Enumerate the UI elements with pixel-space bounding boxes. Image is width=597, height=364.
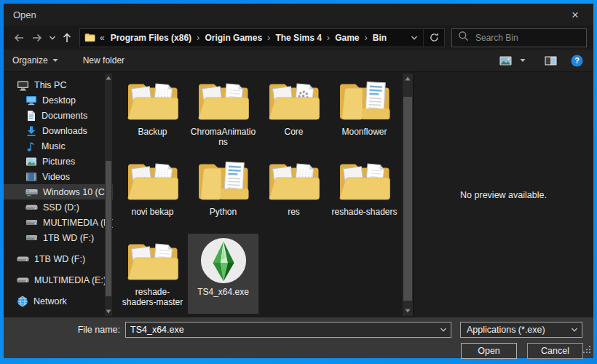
file-item-label: ChromaAnimations xyxy=(189,127,258,147)
file-item-python[interactable]: Python xyxy=(188,154,258,234)
preview-pane: No preview available. xyxy=(413,72,593,317)
organize-button[interactable]: Organize xyxy=(12,52,66,69)
scrollbar-thumb[interactable] xyxy=(106,161,111,296)
address-bar[interactable]: « Program Files (x86)›Origin Games›The S… xyxy=(79,28,445,47)
sidebar-item-label: Pictures xyxy=(42,157,75,167)
sidebar-item-pictures[interactable]: Pictures xyxy=(4,154,113,169)
command-toolbar: Organize New folder ? xyxy=(4,50,593,72)
breadcrumb-item-the-sims-4[interactable]: The Sims 4 xyxy=(271,33,325,43)
sidebar-item-multimedia-e[interactable]: MULTIMEDIA (E:) xyxy=(4,272,113,288)
sidebar-item-videos[interactable]: Videos xyxy=(4,169,113,184)
view-thumbnails-icon[interactable] xyxy=(497,52,513,68)
sidebar-item-music[interactable]: Music xyxy=(4,138,113,154)
back-icon[interactable] xyxy=(10,29,28,47)
sims4-plumbob-icon xyxy=(195,236,252,285)
sidebar-item-label: This PC xyxy=(34,80,66,90)
sidebar-item-label: Downloads xyxy=(42,126,87,136)
folder-icon xyxy=(84,33,95,42)
preview-pane-icon[interactable] xyxy=(542,52,558,68)
address-dropdown-chevron-icon[interactable] xyxy=(406,29,423,47)
sidebar-item-1tb-wd-f[interactable]: 1TB WD (F:) xyxy=(4,230,113,245)
organize-label: Organize xyxy=(12,55,48,66)
scrollbar-thumb[interactable] xyxy=(403,97,412,301)
sidebar-item-label: SSD (D:) xyxy=(43,202,79,213)
sidebar-item-1tb-wd-f[interactable]: 1TB WD (F:) xyxy=(4,251,113,266)
folder-icon xyxy=(195,156,252,205)
breadcrumb-item-program-files-x86[interactable]: Program Files (x86) xyxy=(106,33,196,43)
up-icon[interactable] xyxy=(58,29,76,47)
sidebar-item-this-pc[interactable]: This PC xyxy=(4,77,113,92)
folder-icon xyxy=(124,76,181,124)
file-item-chromaanimations[interactable]: ChromaAnimations xyxy=(188,74,258,154)
file-type-select[interactable]: Applications (*.exe) xyxy=(460,322,582,338)
file-item-reshade-shaders[interactable]: reshade-shaders xyxy=(329,154,400,234)
chevron-down-icon[interactable] xyxy=(436,323,451,337)
breadcrumb-overflow[interactable]: « xyxy=(100,33,105,43)
sidebar-item-ssd-d[interactable]: SSD (D:) xyxy=(4,199,113,215)
file-item-label: novi bekap xyxy=(131,207,173,217)
sidebar-item-multimedia-e[interactable]: MULTIMEDIA (E:) xyxy=(4,215,113,230)
view-options-chevron-icon[interactable] xyxy=(518,52,528,68)
file-item-reshade-shaders-master[interactable]: reshade-shaders-master xyxy=(117,234,188,314)
file-item-moonflower[interactable]: Moonflower xyxy=(329,74,400,154)
windows-drive-icon xyxy=(25,187,38,197)
search-input[interactable] xyxy=(474,32,580,44)
file-item-backup[interactable]: Backup xyxy=(117,74,188,154)
file-name-input[interactable] xyxy=(126,325,436,335)
file-name-combobox[interactable] xyxy=(125,322,451,338)
search-box[interactable] xyxy=(451,28,587,47)
sidebar-item-downloads[interactable]: Downloads xyxy=(4,123,113,138)
sidebar-item-label: Videos xyxy=(42,172,70,182)
network-icon xyxy=(17,296,28,307)
documents-icon xyxy=(25,110,36,122)
chevron-down-icon xyxy=(52,55,58,66)
content-area: This PCDesktopDocumentsDownloadsMusicPic… xyxy=(4,72,593,317)
sidebar-item-windows-10-c[interactable]: Windows 10 (C:) xyxy=(4,184,113,199)
scroll-up-icon[interactable] xyxy=(105,74,112,82)
new-folder-label: New folder xyxy=(83,55,124,66)
music-icon xyxy=(25,141,36,152)
close-icon[interactable]: × xyxy=(563,4,588,25)
folder-icon xyxy=(336,156,393,205)
breadcrumb-item-game[interactable]: Game xyxy=(331,33,363,43)
sidebar-item-label: Music xyxy=(41,141,66,151)
sidebar-scrollbar[interactable] xyxy=(105,74,112,316)
cancel-button[interactable]: Cancel xyxy=(527,343,583,359)
pictures-icon xyxy=(25,157,37,167)
recent-locations-chevron-icon[interactable] xyxy=(47,29,58,47)
file-item-label: reshade-shaders-master xyxy=(119,287,187,307)
file-item-res[interactable]: res xyxy=(258,154,329,234)
scroll-down-icon[interactable] xyxy=(403,306,413,316)
folder-icon xyxy=(266,156,323,205)
sidebar-list: This PCDesktopDocumentsDownloadsMusicPic… xyxy=(4,77,113,309)
file-item-ts4-x64-exe[interactable]: TS4_x64.exe xyxy=(188,234,258,314)
forward-icon[interactable] xyxy=(28,29,46,47)
ext-drive-icon xyxy=(25,233,38,242)
breadcrumb-item-origin-games[interactable]: Origin Games xyxy=(200,33,266,43)
dialog-footer: File name: Applications (*.exe) Open Can… xyxy=(4,317,593,358)
file-item-label: res xyxy=(288,207,300,217)
chevron-down-icon[interactable] xyxy=(567,323,582,337)
sidebar-item-desktop[interactable]: Desktop xyxy=(4,92,113,108)
downloads-icon xyxy=(25,125,37,137)
scroll-up-icon[interactable] xyxy=(403,74,413,84)
folder-icon xyxy=(266,76,323,124)
breadcrumb: Program Files (x86)›Origin Games›The Sim… xyxy=(106,32,392,43)
drive-icon xyxy=(17,255,29,264)
open-button[interactable]: Open xyxy=(461,343,517,359)
refresh-icon[interactable] xyxy=(423,29,444,47)
file-item-novi-bekap[interactable]: novi bekap xyxy=(117,154,188,234)
title-bar: Open × xyxy=(4,4,593,25)
file-item-core[interactable]: Core xyxy=(258,74,329,154)
breadcrumb-item-bin[interactable]: Bin xyxy=(368,33,391,43)
file-list-scrollbar[interactable] xyxy=(403,74,413,316)
sidebar-item-label: Network xyxy=(33,296,67,306)
help-icon[interactable]: ? xyxy=(569,52,585,68)
new-folder-button[interactable]: New folder xyxy=(76,52,132,69)
resize-grip-icon[interactable] xyxy=(583,344,591,357)
svg-text:?: ? xyxy=(574,56,580,65)
file-item-label: Core xyxy=(284,127,303,137)
sidebar-item-documents[interactable]: Documents xyxy=(4,108,113,123)
sidebar-item-network[interactable]: Network xyxy=(4,293,113,309)
scroll-down-icon[interactable] xyxy=(105,307,112,316)
